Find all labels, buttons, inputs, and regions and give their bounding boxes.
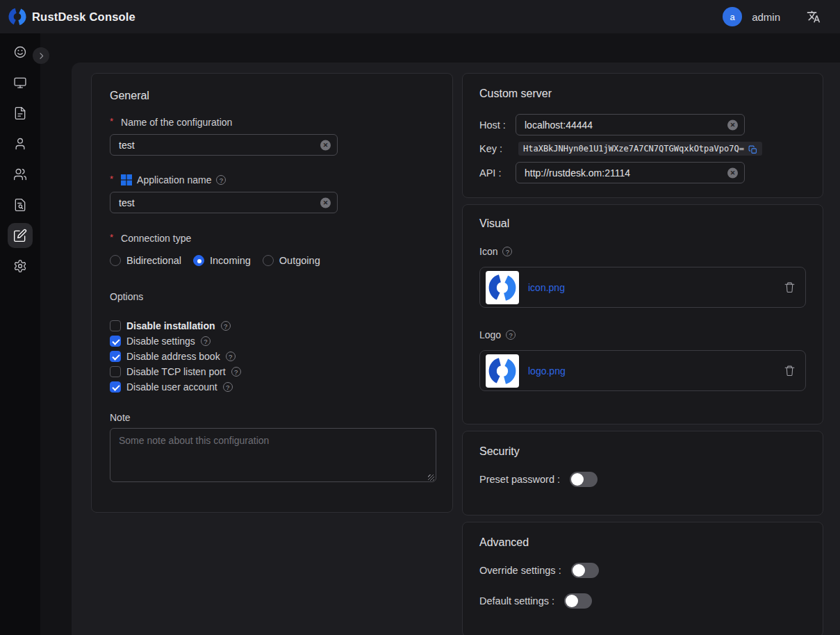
clear-config-name-icon[interactable] — [320, 140, 331, 150]
username[interactable]: admin — [752, 11, 780, 23]
sidebar-item-settings[interactable] — [8, 254, 33, 279]
checkbox-disable-installation-control[interactable] — [110, 320, 121, 331]
sidebar-item-custom-clients[interactable] — [8, 223, 33, 248]
copy-key-icon[interactable] — [748, 145, 757, 154]
radio-outgoing-control[interactable] — [263, 255, 274, 266]
checkbox-disable-user-account[interactable]: Disable user account — [110, 379, 434, 395]
devices-icon — [13, 76, 27, 90]
note-textarea[interactable] — [110, 428, 436, 482]
config-name-label-text: Name of the configuration — [121, 117, 232, 128]
preset-password-toggle[interactable] — [570, 472, 598, 487]
document-icon — [13, 106, 27, 120]
override-settings-toggle[interactable] — [571, 563, 599, 578]
radio-incoming-control[interactable] — [193, 255, 204, 266]
config-name-input[interactable] — [110, 134, 338, 156]
checkbox-disable-settings[interactable]: Disable settings — [110, 333, 434, 349]
sidebar-item-users[interactable] — [8, 131, 33, 156]
checkbox-disable-user-account-label: Disable user account — [126, 381, 217, 393]
delete-icon-file-icon[interactable] — [784, 281, 796, 293]
app-name-help-icon[interactable] — [216, 175, 226, 185]
advanced-title: Advanced — [479, 536, 806, 549]
app-title: RustDesk Console — [32, 10, 135, 24]
edit-square-icon — [13, 229, 27, 242]
sidebar-expand-button[interactable] — [33, 47, 49, 64]
icon-help-icon[interactable] — [502, 247, 512, 256]
disable-address-book-help-icon[interactable] — [226, 352, 236, 361]
document-search-icon — [13, 198, 27, 212]
advanced-card: Advanced Override settings : Default set… — [462, 522, 823, 635]
sidebar-item-sessions[interactable] — [8, 101, 33, 126]
visual-card: Visual Icon icon.png Logo — [462, 204, 823, 424]
checkbox-disable-installation-label: Disable installation — [126, 320, 215, 331]
api-label: API : — [479, 167, 516, 179]
api-input-wrap — [516, 162, 745, 183]
logo-label: Logo — [479, 329, 806, 340]
disable-user-account-help-icon[interactable] — [223, 382, 233, 392]
override-settings-row: Override settings : — [479, 563, 806, 578]
key-value: HtaXBkJNHyn0e1U1jWXze7A7CN7QTGWqxkOtpaVp… — [523, 144, 744, 154]
sidebar-item-devices[interactable] — [8, 70, 33, 95]
logo-help-icon[interactable] — [506, 330, 516, 340]
logo-label-text: Logo — [479, 329, 501, 340]
disable-tcp-listen-port-help-icon[interactable] — [231, 367, 241, 377]
visual-title: Visual — [479, 217, 806, 230]
checkbox-disable-settings-control[interactable] — [110, 336, 121, 347]
checkbox-disable-user-account-control[interactable] — [110, 381, 121, 393]
app-name-input[interactable] — [110, 192, 338, 213]
config-name-label: Name of the configuration — [110, 117, 434, 128]
resize-handle[interactable] — [428, 475, 434, 481]
connection-type-label: Connection type — [110, 233, 434, 244]
checkbox-disable-installation[interactable]: Disable installation — [110, 318, 434, 333]
sidebar — [0, 33, 40, 635]
host-row: Host : — [479, 114, 806, 135]
host-label: Host : — [479, 119, 516, 131]
connection-type-label-text: Connection type — [121, 233, 191, 244]
clear-app-name-icon[interactable] — [320, 197, 331, 208]
radio-outgoing-label: Outgoing — [279, 255, 320, 266]
options-group: Disable installation Disable settings Di… — [110, 318, 434, 395]
logo-file-row: logo.png — [479, 350, 806, 391]
app-name-label: Application name — [110, 174, 434, 185]
users-icon — [13, 167, 27, 181]
default-settings-label: Default settings : — [479, 595, 554, 607]
host-input-wrap — [516, 114, 745, 135]
note-textarea-wrap — [110, 428, 436, 485]
right-column: Custom server Host : Key : HtaXBkJNHyn0e… — [462, 73, 823, 635]
checkbox-disable-tcp-listen-port-label: Disable TCP listen port — [126, 366, 226, 377]
key-chip: HtaXBkJNHyn0e1U1jWXze7A7CN7QTGWqxkOtpaVp… — [518, 142, 762, 156]
translate-icon[interactable] — [807, 10, 821, 24]
icon-file-link[interactable]: icon.png — [528, 282, 565, 293]
avatar[interactable]: a — [723, 7, 742, 26]
radio-incoming[interactable]: Incoming — [193, 255, 251, 266]
checkbox-disable-address-book-control[interactable] — [110, 351, 121, 362]
radio-outgoing[interactable]: Outgoing — [263, 255, 320, 266]
key-label: Key : — [479, 143, 516, 154]
host-input[interactable] — [516, 114, 745, 135]
preset-password-label: Preset password : — [479, 474, 560, 485]
sidebar-item-groups[interactable] — [8, 162, 33, 187]
chevron-right-icon — [37, 51, 46, 60]
user-icon — [13, 137, 27, 151]
clear-host-icon[interactable] — [727, 119, 738, 130]
delete-logo-file-icon[interactable] — [784, 365, 796, 377]
sidebar-item-audit[interactable] — [8, 192, 33, 217]
clear-api-icon[interactable] — [727, 167, 738, 178]
checkbox-disable-tcp-listen-port[interactable]: Disable TCP listen port — [110, 364, 434, 379]
api-input[interactable] — [516, 162, 745, 183]
radio-bidirectional[interactable]: Bidirectional — [110, 255, 181, 266]
left-column: General Name of the configuration Applic… — [91, 73, 453, 513]
radio-bidirectional-label: Bidirectional — [126, 255, 181, 266]
icon-label-text: Icon — [479, 246, 497, 257]
note-label: Note — [110, 412, 434, 423]
app-name-label-text: Application name — [137, 174, 211, 185]
checkbox-disable-address-book[interactable]: Disable address book — [110, 349, 434, 364]
logo-file-link[interactable]: logo.png — [528, 365, 566, 377]
security-card: Security Preset password : — [462, 431, 823, 516]
radio-bidirectional-control[interactable] — [110, 255, 121, 266]
disable-installation-help-icon[interactable] — [221, 321, 231, 331]
default-settings-toggle[interactable] — [564, 593, 592, 609]
checkbox-disable-tcp-listen-port-control[interactable] — [110, 366, 121, 377]
disable-settings-help-icon[interactable] — [201, 336, 211, 346]
sidebar-item-dashboard[interactable] — [8, 40, 33, 65]
config-name-input-wrap — [110, 134, 338, 156]
